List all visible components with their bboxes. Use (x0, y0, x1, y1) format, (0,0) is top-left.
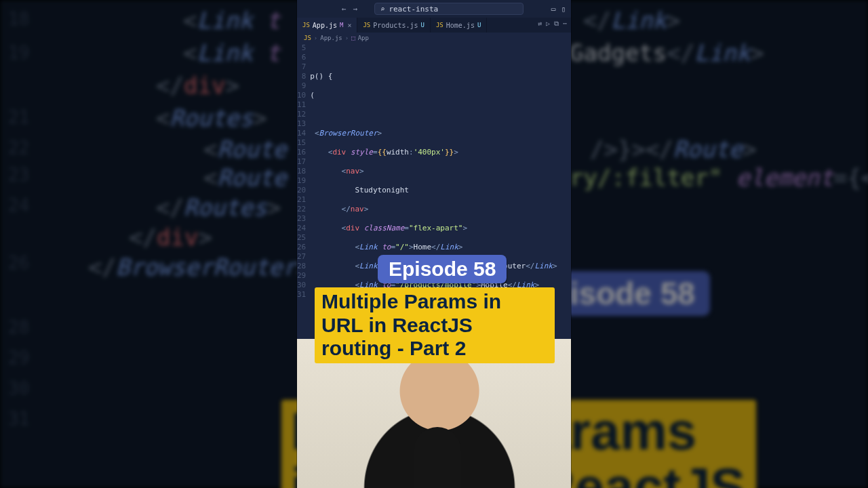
run-icon[interactable]: ▷ (546, 20, 550, 28)
js-icon: JS (302, 22, 310, 28)
tab-products-js[interactable]: JS Products.js U (357, 18, 431, 33)
breadcrumbs: JS› App.js› ⬚App (297, 33, 571, 43)
tab-home-js[interactable]: JS Home.js U (431, 18, 487, 33)
panel-right-icon[interactable]: ▯ (561, 5, 566, 14)
nav-arrows: ← → (342, 5, 357, 14)
titlebar: ← → ⌕ react-insta ▭ ▯ (297, 0, 571, 18)
search-icon: ⌕ (380, 5, 385, 14)
tab-app-js[interactable]: JS App.js M × (297, 18, 357, 33)
js-icon: JS (363, 22, 370, 28)
episode-badge: Episode 58 (378, 255, 507, 283)
command-search[interactable]: ⌕ react-insta (374, 3, 524, 15)
more-icon[interactable]: ⋯ (563, 20, 567, 28)
js-icon: JS (436, 22, 443, 28)
search-text: react-insta (389, 5, 438, 14)
forward-icon[interactable]: → (353, 5, 358, 14)
panel-left-icon[interactable]: ▭ (551, 5, 556, 14)
close-icon[interactable]: × (347, 22, 351, 29)
tab-actions: ⇄ ▷ ⧉ ⋯ (538, 20, 567, 28)
compare-icon[interactable]: ⇄ (538, 20, 542, 28)
back-icon[interactable]: ← (342, 5, 347, 14)
tab-bar: JS App.js M × JS Products.js U JS Home.j… (297, 18, 571, 33)
split-icon[interactable]: ⧉ (554, 20, 559, 28)
video-title: Multiple Params in URL in ReactJS routin… (315, 287, 555, 363)
